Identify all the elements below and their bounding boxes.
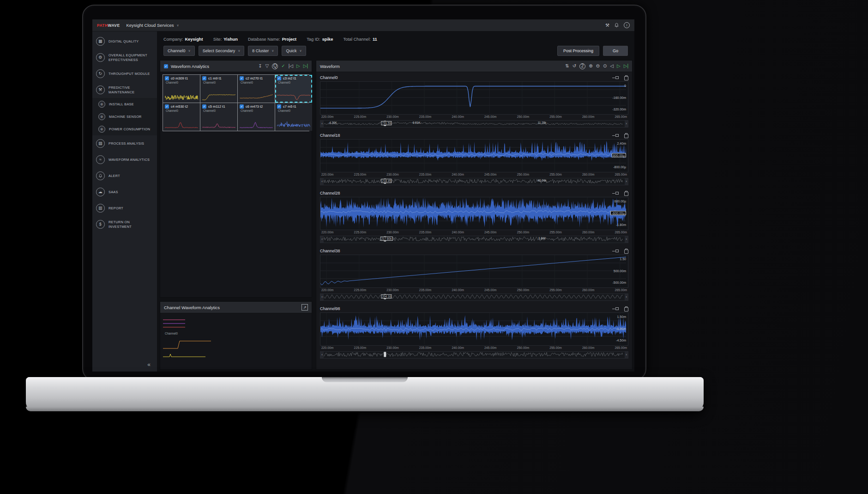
sidebar-item-return-on-investment[interactable]: $RETURN ON INVESTMENT [92,216,157,232]
checkbox-icon[interactable] [202,104,206,109]
sidebar-item-label: POWER CONSUMPTION [109,127,150,131]
channel-title-row: Channel18 [320,132,628,139]
checkbox-icon[interactable] [277,76,281,80]
notifications-icon[interactable] [614,23,619,28]
waveform-thumbnail[interactable]: c3 m2 t1Channel0 [275,75,312,103]
overview-strip[interactable]: ‹›204.16 [320,293,628,301]
zoom-in-icon[interactable]: ⊕ [589,64,592,68]
zoom-out-icon[interactable]: ⊖ [596,64,600,68]
checkbox-icon[interactable] [165,76,169,80]
scroll-right-arrow[interactable]: › [625,121,628,127]
filter-icon[interactable]: ▽ [265,64,269,68]
sidebar-item-waveform-analytics[interactable]: ≈WAVEFORM ANALYTICS [92,152,157,168]
x-tick-label: 265.00m [615,115,627,120]
dropdown-8-cluster[interactable]: 8 Cluster∨ [248,46,278,56]
channel-chart[interactable]: 0-160.00m-320.00m [320,81,628,115]
throughput-module-icon: ↻ [96,69,105,78]
channel-chart[interactable]: 2.40m800.00µ-800.00µ [320,139,628,172]
pin-icon[interactable] [612,134,619,137]
checkbox-icon[interactable] [165,104,169,109]
overview-strip[interactable]: ‹›-4.36K731.596.61K11.28k [320,120,628,128]
sidebar-item-overall-equipment-effectiveness[interactable]: ⚙OVERALL EQUIPMENT EFFECTIVENESS [92,49,157,66]
overview-strip[interactable]: ‹›218.4546.04k [320,178,628,185]
go-button[interactable]: Go [603,46,628,56]
trash-icon[interactable] [624,191,628,195]
play-icon[interactable]: ▷ [296,64,300,68]
pin-icon[interactable] [612,249,619,253]
checkbox-icon[interactable] [202,76,206,80]
sidebar-item-install-base[interactable]: ⊚INSTALL BASE [92,98,157,110]
waveform-thumbnail[interactable]: c0 m309 t1Channel0 [163,75,200,103]
install-base-icon: ⊚ [98,101,105,108]
waveform-thumbnail[interactable]: c2 m270 t1Channel0 [238,75,275,103]
thumbnail-label: c0 m309 t1 [171,76,188,80]
scroll-right-arrow[interactable]: › [625,294,628,300]
post-processing-button[interactable]: Post Processing [557,46,599,56]
app-menu[interactable]: Keysight Cloud Services ∨ [127,23,179,28]
apply-selection-icon[interactable]: ✓ [281,64,285,68]
pan-mode-icon[interactable]: ⇅ [565,64,569,68]
info-icon[interactable]: i [624,22,630,28]
select-all-checkbox[interactable] [164,64,168,68]
trash-icon[interactable] [624,249,628,253]
play-icon[interactable]: ▷ [617,64,621,68]
scroll-right-arrow[interactable]: › [625,236,628,243]
sidebar-item-report[interactable]: ▥REPORT [92,200,157,216]
trash-icon[interactable] [624,133,628,138]
info-field-value: spike [322,37,333,42]
quick-search-icon[interactable]: Q [272,63,278,69]
x-tick-label: 245.00m [484,288,496,293]
sidebar-item-machine-sensor[interactable]: ⊚MACHINE SENSOR [92,110,157,123]
pin-icon[interactable] [612,76,619,79]
sidebar-item-alert[interactable]: ALERT [92,168,157,184]
step-backward-icon[interactable]: |◁ [289,64,293,68]
scroll-left-arrow[interactable]: ‹ [320,121,324,127]
waveform-thumbnail[interactable]: c4 m530 t2Channel0 [163,103,200,131]
checkbox-icon[interactable] [240,76,244,80]
trash-icon[interactable] [624,306,628,311]
sidebar-item-saas[interactable]: ☁SAAS [92,184,157,200]
sidebar-item-predictive-maintenance[interactable]: ⚒PREDICTIVE MAINTENANCE [92,82,157,98]
sidebar-item-throughput-module[interactable]: ↻THROUGHPUT MODULE [92,66,157,82]
sidebar-item-power-consumption[interactable]: ⊚POWER CONSUMPTION [92,123,157,135]
sidebar-item-process-analysis[interactable]: ▧PROCESS ANALYSIS [92,135,157,152]
waveform-thumbnail[interactable]: c1 m9 t1Channel0 [200,75,237,103]
pin-icon[interactable] [612,191,619,195]
sidebar-collapse-button[interactable]: « [92,358,157,372]
download-icon[interactable]: ↧ [258,64,262,68]
channel-chart[interactable]: 1.50500.00m-500.00m [320,255,628,288]
overview-strip[interactable]: ‹›217.60k1.84k [320,236,628,243]
waveform-thumbnail[interactable]: c5 m112 t1Channel0 [200,103,237,131]
scroll-left-arrow[interactable]: ‹ [320,294,324,300]
sidebar-item-digital-quality[interactable]: ▦DIGITAL QUALITY [92,33,157,49]
channel-chart[interactable]: 600.00µ-600.00µ-1.80m [320,197,628,230]
step-forward-icon[interactable]: ▷| [624,64,628,68]
dropdown-quick[interactable]: Quick∨ [282,46,306,56]
scroll-left-arrow[interactable]: ‹ [320,236,324,243]
dropdown-select-secondary[interactable]: Select Secondary∨ [199,46,245,56]
checkbox-icon[interactable] [240,104,244,109]
waveform-thumbnail[interactable]: c6 m473 t2Channel0 [238,103,275,131]
scroll-left-arrow[interactable]: ‹ [320,178,324,185]
scroll-left-arrow[interactable]: ‹ [320,352,324,358]
undo-zoom-icon[interactable]: ↺ [573,64,576,68]
trash-icon[interactable] [624,75,628,80]
overview-strip[interactable]: ‹› [320,351,628,359]
checkbox-icon[interactable] [277,104,281,109]
x-axis: 220.00m225.00m230.00m235.00m240.00m245.0… [320,230,628,235]
zoom-reset-icon[interactable]: ⊙ [603,64,607,68]
step-backward-icon[interactable]: ◁ [610,64,614,68]
scroll-right-arrow[interactable]: › [625,178,628,185]
info-field-label: Database Name: [248,37,280,42]
tools-icon[interactable]: ⚒ [605,23,609,28]
waveform-thumbnail[interactable]: c7 m5 t1Channel0 [275,103,312,131]
zoom-count-badge[interactable]: 2 [579,63,585,69]
step-forward-icon[interactable]: ▷| [303,64,308,68]
expand-icon[interactable]: ↗ [301,304,308,311]
dropdown-channel0[interactable]: Channel0∨ [163,46,195,56]
channel-chart[interactable]: 1.50m-1.50m-4.50m [320,312,628,346]
laptop-base [26,377,704,411]
pin-icon[interactable] [612,307,619,311]
scroll-right-arrow[interactable]: › [625,352,628,358]
machine-sensor-icon: ⊚ [98,113,105,120]
